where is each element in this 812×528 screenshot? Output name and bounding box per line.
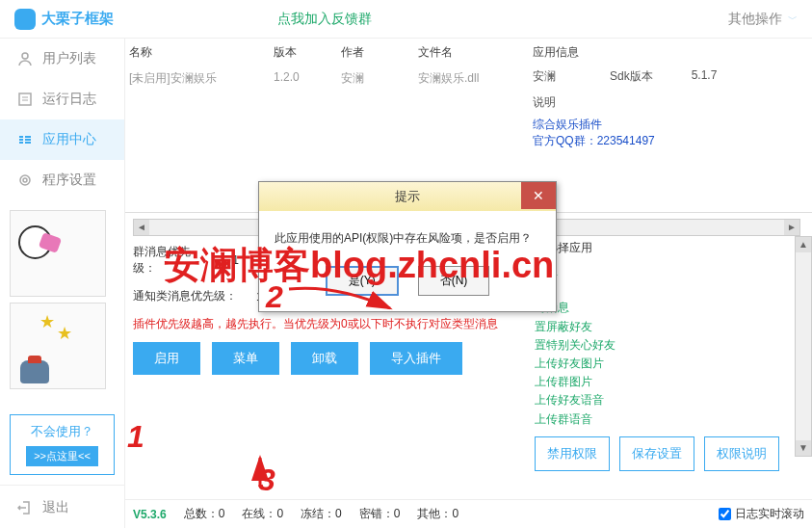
sdk-value: 5.1.7 <box>692 68 718 85</box>
user-icon <box>17 51 33 66</box>
svg-rect-6 <box>19 142 23 144</box>
stat-online: 在线：0 <box>242 506 283 522</box>
sidebar-item-users[interactable]: 用户列表 <box>0 39 124 79</box>
v-scrollbar[interactable]: ▲ ▼ <box>795 236 812 457</box>
perm-item: 上传好友语音 <box>535 391 781 409</box>
sdk-label: Sdk版本 <box>610 68 653 85</box>
other-ops-label: 其他操作 <box>728 11 782 28</box>
chevron-down-icon: ﹀ <box>788 13 798 26</box>
notify-priority-label: 通知类消息优先级： <box>133 288 237 304</box>
h-scrollbar-right[interactable]: ◄ ► <box>535 219 800 236</box>
desc-label: 说明 <box>533 94 802 111</box>
priority-warning: 插件优先级越高，越先执行。当优先级为0或以下时不执行对应类型消息 <box>133 316 515 332</box>
col-version: 版本 <box>274 44 341 61</box>
cell-author: 安澜 <box>341 70 418 87</box>
select-app-title: 请选择应用 <box>535 240 800 256</box>
uninstall-button[interactable]: 卸载 <box>291 342 358 375</box>
exit-icon <box>17 500 33 515</box>
dialog-yes-button[interactable]: 是(Y) <box>326 266 399 296</box>
sidebar-label: 应用中心 <box>42 131 96 148</box>
sidebar-item-apps[interactable]: 应用中心 <box>0 119 124 160</box>
scroll-checkbox-input[interactable] <box>719 508 731 520</box>
col-file: 文件名 <box>418 44 514 61</box>
sidebar-label: 用户列表 <box>42 50 96 67</box>
exit-button[interactable]: 退出 <box>0 485 124 528</box>
exit-label: 退出 <box>42 499 69 516</box>
dialog-title-bar[interactable]: 提示 ✕ <box>259 182 556 211</box>
perm-help-button[interactable]: 权限说明 <box>704 436 779 471</box>
confirm-dialog: 提示 ✕ 此应用使用的API(权限)中存在风险项，是否启用？ 是(Y) 否(N) <box>258 181 557 312</box>
desc-line-1: 综合娱乐插件 <box>533 117 802 133</box>
svg-rect-5 <box>19 139 23 141</box>
perm-item: 消息 <box>535 262 781 280</box>
perm-item: 上传群语音 <box>535 410 781 429</box>
perm-item: 置屏蔽好友 <box>535 318 781 336</box>
stat-other: 其他：0 <box>417 506 458 522</box>
app-info-title: 应用信息 <box>533 44 802 61</box>
disable-perm-button[interactable]: 禁用权限 <box>535 436 610 471</box>
save-perm-button[interactable]: 保存设置 <box>619 436 694 471</box>
svg-point-0 <box>22 53 28 59</box>
stat-total: 总数：0 <box>184 506 225 522</box>
svg-rect-8 <box>25 139 31 141</box>
dialog-title: 提示 <box>395 189 420 203</box>
enable-button[interactable]: 启用 <box>133 342 200 375</box>
scroll-check-label: 日志实时滚动 <box>735 506 804 522</box>
scroll-left-icon[interactable]: ◄ <box>134 220 149 235</box>
group-priority-label: 群消息优先级： <box>133 244 213 277</box>
annotation-3: 3 <box>258 462 275 498</box>
realtime-scroll-checkbox[interactable]: 日志实时滚动 <box>719 506 804 522</box>
other-ops-dropdown[interactable]: 其他操作 ﹀ <box>728 11 798 28</box>
gear-icon <box>17 172 33 188</box>
annotation-2: 2 <box>266 279 283 315</box>
perm-item: 置特别关心好友 <box>535 336 781 355</box>
logo-icon <box>14 9 36 30</box>
mascot-image-1 <box>10 210 106 297</box>
perm-item: 上传群图片 <box>535 373 781 391</box>
scroll-right-icon[interactable]: ► <box>784 220 799 235</box>
svg-rect-9 <box>25 142 31 144</box>
desc-line-2: 官方QQ群：223541497 <box>533 133 802 149</box>
stat-frozen: 冻结：0 <box>301 506 342 522</box>
app-icon <box>17 132 33 147</box>
import-plugin-button[interactable]: 导入插件 <box>370 342 462 375</box>
sidebar-item-logs[interactable]: 运行日志 <box>0 79 124 119</box>
svg-point-10 <box>20 175 30 185</box>
sidebar-label: 运行日志 <box>42 91 96 108</box>
sidebar-label: 程序设置 <box>42 172 96 189</box>
join-group-link[interactable]: 点我加入反馈群 <box>277 11 372 28</box>
mascot-image-2: ★★ <box>10 303 106 389</box>
scroll-up-icon[interactable]: ▲ <box>796 237 811 252</box>
svg-rect-1 <box>19 93 31 105</box>
dialog-body: 此应用使用的API(权限)中存在风险项，是否启用？ <box>259 211 556 256</box>
dialog-no-button[interactable]: 否(N) <box>418 266 490 296</box>
annotation-1: 1 <box>127 419 144 455</box>
svg-rect-4 <box>19 136 23 138</box>
app-title: 大栗子框架 <box>41 10 114 28</box>
stat-pwd: 密错：0 <box>359 506 401 522</box>
help-box: 不会使用？ >>点这里<< <box>10 414 115 475</box>
sidebar-item-settings[interactable]: 程序设置 <box>0 160 124 200</box>
version-label: V5.3.6 <box>133 508 167 521</box>
cell-name: [未启用]安澜娱乐 <box>129 70 274 87</box>
help-text: 不会使用？ <box>18 423 106 440</box>
table-row[interactable]: [未启用]安澜娱乐 1.2.0 安澜 安澜娱乐.dll <box>125 66 523 91</box>
perm-item: 息 <box>535 280 781 299</box>
app-author: 安澜 <box>533 68 581 85</box>
table-header: 名称 版本 作者 文件名 <box>125 39 523 66</box>
permission-list: 消息 息 时消息 置屏蔽好友 置特别关心好友 上传好友图片 上传群图片 上传好友… <box>535 262 800 429</box>
app-logo: 大栗子框架 <box>14 9 114 30</box>
svg-point-11 <box>23 178 27 182</box>
scroll-down-icon[interactable]: ▼ <box>796 440 811 456</box>
perm-item: 上传好友图片 <box>535 355 781 373</box>
dialog-close-button[interactable]: ✕ <box>521 182 556 209</box>
col-name: 名称 <box>129 44 274 61</box>
cell-file: 安澜娱乐.dll <box>418 70 514 87</box>
cell-version: 1.2.0 <box>274 70 341 87</box>
log-icon <box>17 92 33 107</box>
perm-item: 时消息 <box>535 299 781 317</box>
svg-rect-7 <box>25 136 31 138</box>
menu-button[interactable]: 菜单 <box>212 342 279 375</box>
col-author: 作者 <box>341 44 418 61</box>
help-button[interactable]: >>点这里<< <box>26 446 98 466</box>
